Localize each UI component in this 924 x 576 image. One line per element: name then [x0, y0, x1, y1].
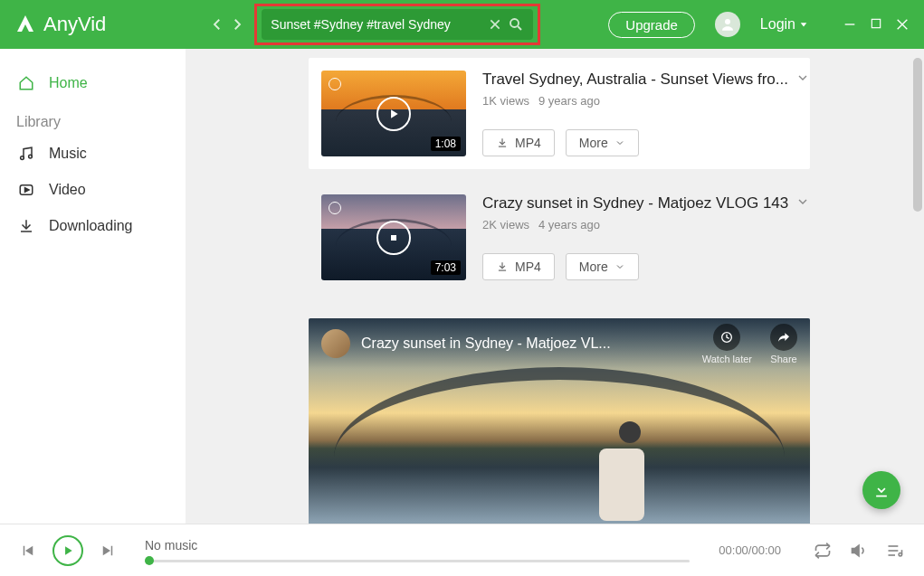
back-button[interactable]: [209, 16, 225, 33]
svg-marker-13: [25, 188, 30, 193]
video-title[interactable]: Travel Sydney, Australia - Sunset Views …: [482, 71, 788, 89]
more-button[interactable]: More: [566, 253, 639, 280]
music-icon: [18, 146, 34, 162]
sidebar-item-label: Music: [49, 146, 87, 162]
maximize-button[interactable]: [870, 17, 882, 32]
time-display: 00:00/00:00: [719, 543, 781, 557]
svg-marker-16: [391, 109, 398, 118]
video-thumbnail[interactable]: 1:08: [321, 71, 466, 156]
format-label: MP4: [515, 260, 541, 274]
main-content: 1:08 Travel Sydney, Australia - Sunset V…: [186, 49, 924, 524]
chevron-down-icon[interactable]: [795, 71, 810, 85]
play-icon[interactable]: [376, 97, 411, 131]
more-button[interactable]: More: [566, 129, 639, 156]
sidebar-item-downloading[interactable]: Downloading: [0, 208, 186, 244]
channel-avatar[interactable]: [321, 329, 350, 358]
bottom-player: No music 00:00/00:00: [0, 524, 924, 576]
video-title[interactable]: Crazy sunset in Sydney - Matjoez VLOG 14…: [482, 194, 788, 212]
nav-arrows: [209, 16, 245, 33]
login-button[interactable]: Login: [760, 16, 808, 33]
clear-icon[interactable]: [488, 17, 502, 32]
player-title: Crazy sunset in Sydney - Matjoez VL...: [361, 335, 691, 352]
sidebar-item-label: Downloading: [49, 218, 133, 234]
upgrade-button[interactable]: Upgrade: [608, 12, 695, 38]
search-box: [262, 9, 533, 40]
download-fab[interactable]: [862, 471, 900, 509]
video-meta: 1K views9 years ago: [482, 94, 810, 108]
svg-point-4: [725, 19, 730, 24]
seek-bar[interactable]: [145, 560, 690, 562]
download-small-icon: [496, 137, 509, 149]
svg-rect-27: [111, 545, 113, 555]
app-logo: AnyVid: [14, 13, 106, 36]
app-header: AnyVid Upgrade Login: [0, 0, 924, 49]
svg-rect-7: [872, 19, 880, 27]
svg-rect-24: [24, 545, 25, 555]
download-icon: [18, 218, 34, 234]
sidebar-item-label: Video: [49, 182, 86, 198]
search-area: [262, 9, 533, 40]
close-button[interactable]: [895, 17, 910, 32]
sidebar: Home Library Music Video Downloading: [0, 49, 186, 524]
login-label: Login: [760, 16, 795, 33]
play-button[interactable]: [52, 535, 83, 566]
select-radio[interactable]: [329, 202, 341, 214]
video-player[interactable]: Crazy sunset in Sydney - Matjoez VL... W…: [309, 318, 810, 524]
svg-line-3: [519, 26, 522, 30]
playlist-button[interactable]: [886, 542, 904, 560]
duration-badge: 1:08: [431, 137, 461, 151]
format-button[interactable]: MP4: [482, 253, 555, 280]
now-playing-label: No music: [145, 538, 690, 552]
logo-icon: [14, 14, 36, 35]
more-label: More: [579, 260, 608, 274]
track-area: No music: [145, 538, 690, 562]
result-card: 7:03 Crazy sunset in Sydney - Matjoez VL…: [309, 182, 810, 293]
home-icon: [18, 75, 34, 91]
watch-later-button[interactable]: Watch later: [702, 324, 752, 364]
sidebar-item-video[interactable]: Video: [0, 172, 186, 208]
volume-button[interactable]: [850, 542, 868, 560]
svg-marker-25: [65, 546, 72, 554]
svg-marker-26: [103, 545, 110, 555]
stop-icon[interactable]: [376, 221, 411, 255]
chevron-down-icon: [614, 137, 625, 148]
minimize-button[interactable]: [843, 17, 857, 32]
library-section-label: Library: [0, 101, 186, 136]
avatar[interactable]: [715, 12, 740, 37]
forward-button[interactable]: [229, 16, 245, 33]
scrollbar[interactable]: [913, 58, 922, 212]
result-card: 1:08 Travel Sydney, Australia - Sunset V…: [309, 58, 810, 169]
window-controls: [843, 17, 910, 32]
duration-badge: 7:03: [431, 260, 461, 275]
svg-marker-28: [853, 545, 860, 556]
video-meta: 2K views4 years ago: [482, 218, 810, 231]
next-track-button[interactable]: [100, 543, 116, 559]
svg-point-10: [21, 156, 24, 160]
download-small-icon: [496, 260, 509, 273]
svg-marker-5: [801, 23, 807, 26]
video-thumbnail[interactable]: 7:03: [321, 194, 466, 280]
svg-marker-23: [25, 545, 33, 555]
svg-point-11: [29, 155, 33, 158]
chevron-down-icon: [614, 261, 625, 272]
search-input[interactable]: [271, 17, 482, 32]
sidebar-item-home[interactable]: Home: [0, 65, 186, 101]
sidebar-item-label: Home: [49, 75, 88, 91]
svg-rect-19: [391, 235, 396, 241]
chevron-down-icon[interactable]: [795, 194, 810, 209]
app-title: AnyVid: [43, 13, 106, 36]
select-radio[interactable]: [329, 78, 341, 90]
chevron-down-icon: [799, 20, 808, 29]
repeat-button[interactable]: [814, 542, 832, 560]
svg-point-2: [510, 19, 519, 27]
more-label: More: [579, 136, 608, 150]
format-button[interactable]: MP4: [482, 129, 555, 156]
video-icon: [18, 182, 34, 198]
prev-track-button[interactable]: [20, 543, 36, 559]
search-icon[interactable]: [508, 16, 524, 33]
sidebar-item-music[interactable]: Music: [0, 136, 186, 172]
format-label: MP4: [515, 136, 541, 150]
share-button[interactable]: Share: [770, 324, 797, 364]
